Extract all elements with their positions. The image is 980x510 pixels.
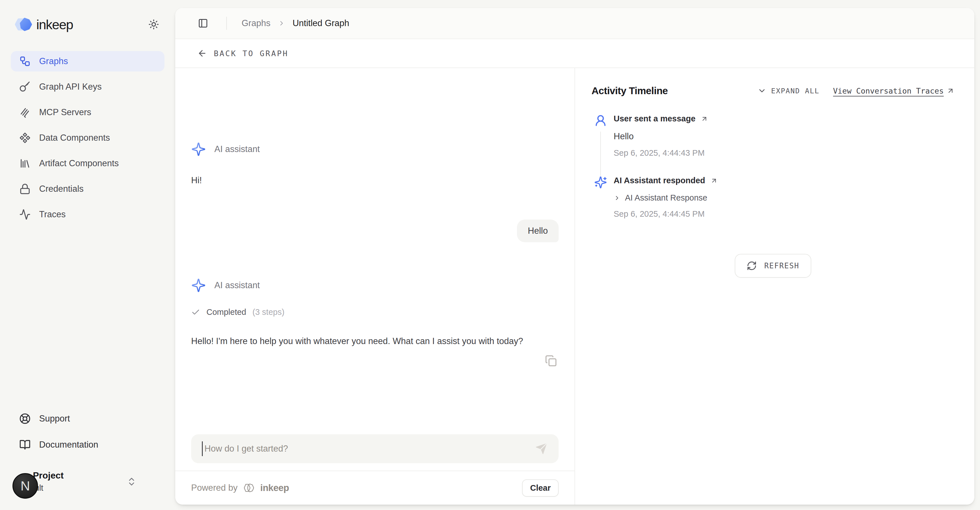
copy-icon[interactable] bbox=[545, 355, 557, 367]
back-to-graph-label: BACK TO GRAPH bbox=[214, 49, 288, 58]
timeline-item-title: User sent a message bbox=[614, 114, 695, 123]
timeline-item-content: User sent a message Hello Sep 6, 2025, 4… bbox=[614, 114, 708, 176]
status-steps: (3 steps) bbox=[252, 308, 285, 317]
user-message-bubble: Hello bbox=[517, 220, 558, 242]
sidebar-item-label: Artifact Components bbox=[39, 158, 119, 169]
assistant-label: AI assistant bbox=[215, 144, 260, 154]
sidebar-item-artifact-components[interactable]: Artifact Components bbox=[11, 153, 164, 174]
back-to-graph-button[interactable]: BACK TO GRAPH bbox=[175, 39, 974, 68]
sidebar-item-label: MCP Servers bbox=[39, 107, 91, 118]
chat-input-area bbox=[175, 434, 574, 463]
sidebar-nav: Graphs Graph API Keys MCP Servers Data C… bbox=[11, 51, 164, 225]
view-conversation-traces-link[interactable]: View Conversation Traces bbox=[833, 86, 955, 95]
workflow-icon bbox=[19, 56, 30, 67]
timeline-header: Activity Timeline EXPAND ALL View Conver… bbox=[592, 85, 955, 96]
lock-icon bbox=[19, 183, 30, 194]
inkeep-logo: inkeep bbox=[15, 17, 73, 32]
sidebar-item-support[interactable]: Support bbox=[11, 410, 164, 428]
assistant-label: AI assistant bbox=[215, 280, 260, 290]
activity-icon bbox=[19, 209, 30, 220]
avatar-letter: N bbox=[21, 478, 30, 494]
sidebar-item-label: Graphs bbox=[39, 56, 68, 66]
arrow-up-right-icon bbox=[701, 115, 708, 123]
expander-label: AI Assistant Response bbox=[625, 193, 707, 202]
breadcrumb-current: Untitled Graph bbox=[293, 18, 349, 29]
sidebar-item-graph-api-keys[interactable]: Graph API Keys bbox=[11, 76, 164, 97]
chevron-down-icon bbox=[757, 86, 767, 95]
main-panel: Graphs Untitled Graph BACK TO GRAPH bbox=[175, 8, 974, 505]
sidebar-item-graphs[interactable]: Graphs bbox=[11, 51, 164, 72]
sidebar-item-documentation[interactable]: Documentation bbox=[11, 436, 164, 454]
inkeep-logo-mark bbox=[15, 17, 32, 32]
chat-input-box[interactable] bbox=[191, 434, 558, 463]
sidebar: inkeep Graphs Graph API Keys MCP Servers… bbox=[0, 0, 175, 510]
sidebar-header: inkeep bbox=[11, 16, 164, 33]
sidebar-item-credentials[interactable]: Credentials bbox=[11, 179, 164, 199]
clear-button[interactable]: Clear bbox=[522, 480, 558, 497]
theme-toggle-button[interactable] bbox=[146, 16, 162, 32]
sun-icon bbox=[148, 19, 159, 30]
sidebar-item-label: Data Components bbox=[39, 133, 110, 143]
sidebar-spacer bbox=[11, 225, 164, 410]
library-icon bbox=[19, 158, 30, 169]
activity-timeline-panel: Activity Timeline EXPAND ALL View Conver… bbox=[575, 68, 974, 505]
refresh-icon bbox=[747, 261, 757, 271]
sidebar-item-mcp-servers[interactable]: MCP Servers bbox=[11, 102, 164, 123]
sidebar-item-label: Graph API Keys bbox=[39, 82, 102, 92]
avatar: N bbox=[13, 473, 38, 499]
sidebar-item-data-components[interactable]: Data Components bbox=[11, 128, 164, 148]
project-title: Project bbox=[33, 470, 64, 481]
component-icon bbox=[19, 132, 30, 143]
chat-footer: Powered by inkeep Clear bbox=[175, 470, 574, 505]
send-icon bbox=[535, 442, 548, 455]
status-label: Completed bbox=[207, 308, 246, 317]
sparkles-icon bbox=[191, 278, 206, 293]
timeline-item-assistant-response: AI Assistant responded AI Assistant Resp… bbox=[592, 176, 955, 237]
assistant-response-expander[interactable]: AI Assistant Response bbox=[614, 193, 718, 202]
powered-by-label: Powered by bbox=[191, 483, 238, 493]
assistant-message-group: AI assistant Completed (3 steps) Hello! … bbox=[191, 278, 558, 367]
arrow-left-icon bbox=[197, 48, 207, 58]
panel-body: AI assistant Hi! Hello AI bbox=[175, 68, 974, 505]
powered-by[interactable]: Powered by inkeep bbox=[191, 482, 289, 494]
arrow-up-right-icon bbox=[710, 177, 718, 184]
sidebar-item-label: Traces bbox=[39, 209, 66, 220]
completion-status[interactable]: Completed (3 steps) bbox=[191, 308, 558, 317]
chat-panel: AI assistant Hi! Hello AI bbox=[175, 68, 575, 505]
sparkles-icon bbox=[594, 176, 607, 189]
sidebar-item-label: Credentials bbox=[39, 184, 84, 194]
chat-message-list: AI assistant Hi! Hello AI bbox=[175, 68, 574, 434]
chevron-right-icon bbox=[614, 194, 620, 201]
timeline-item-content: AI Assistant responded AI Assistant Resp… bbox=[614, 176, 718, 237]
timeline-title: Activity Timeline bbox=[592, 85, 668, 96]
timeline-item-body: Hello bbox=[614, 131, 708, 142]
chat-input[interactable] bbox=[204, 443, 535, 454]
timeline-rail bbox=[592, 176, 610, 237]
project-selector[interactable]: Project ult N bbox=[11, 470, 164, 500]
refresh-button[interactable]: REFRESH bbox=[735, 254, 811, 278]
expand-all-button[interactable]: EXPAND ALL bbox=[757, 86, 819, 95]
sidebar-item-traces[interactable]: Traces bbox=[11, 204, 164, 225]
timeline-item-title-row[interactable]: AI Assistant responded bbox=[614, 176, 718, 185]
check-icon bbox=[191, 308, 200, 317]
mcp-icon bbox=[19, 107, 30, 118]
timeline-rail bbox=[592, 114, 610, 176]
breadcrumb-graphs[interactable]: Graphs bbox=[242, 18, 270, 29]
timeline-item-title-row[interactable]: User sent a message bbox=[614, 114, 708, 123]
timeline-items: User sent a message Hello Sep 6, 2025, 4… bbox=[592, 114, 955, 237]
sidebar-toggle-button[interactable] bbox=[195, 15, 211, 31]
expand-all-label: EXPAND ALL bbox=[771, 87, 819, 95]
user-message-row: Hello bbox=[191, 220, 558, 242]
send-button[interactable] bbox=[535, 442, 548, 455]
assistant-message: Hello! I'm here to help you with whateve… bbox=[191, 334, 558, 349]
chevrons-up-down-icon bbox=[126, 477, 137, 487]
sparkles-icon bbox=[191, 142, 206, 156]
book-open-icon bbox=[19, 439, 30, 450]
assistant-sender-row: AI assistant bbox=[191, 278, 558, 293]
assistant-sender-row: AI assistant bbox=[191, 142, 558, 156]
timeline-item-user-message: User sent a message Hello Sep 6, 2025, 4… bbox=[592, 114, 955, 176]
timeline-connector bbox=[600, 132, 601, 176]
assistant-message-group: AI assistant Hi! bbox=[191, 142, 558, 188]
arrow-up-right-icon bbox=[947, 87, 955, 95]
chevron-right-icon bbox=[278, 19, 285, 27]
